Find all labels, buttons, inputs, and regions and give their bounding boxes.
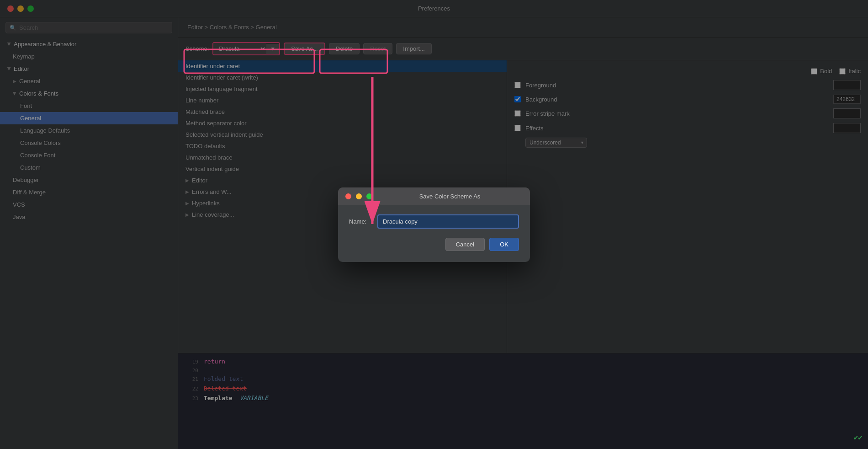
dialog-name-label: Name: [349, 218, 372, 225]
dialog-titlebar: Save Color Scheme As [338, 187, 530, 205]
dialog-name-row: Name: [349, 214, 519, 229]
dialog-title: Save Color Scheme As [377, 193, 523, 200]
save-color-scheme-dialog: Save Color Scheme As Name: Cancel OK [338, 187, 530, 262]
dialog-cancel-button[interactable]: Cancel [445, 238, 485, 251]
dialog-ok-button[interactable]: OK [489, 238, 519, 251]
dialog-minimize-button[interactable] [356, 193, 362, 199]
dialog-buttons: Cancel OK [349, 238, 519, 251]
dialog-overlay: Save Color Scheme As Name: Cancel OK [0, 0, 868, 449]
dialog-close-button[interactable] [345, 193, 351, 199]
svg-rect-3 [320, 49, 387, 73]
svg-rect-2 [184, 49, 314, 73]
dialog-body: Name: Cancel OK [338, 205, 530, 262]
dialog-maximize-button[interactable] [366, 193, 372, 199]
dialog-name-input[interactable] [377, 214, 519, 229]
